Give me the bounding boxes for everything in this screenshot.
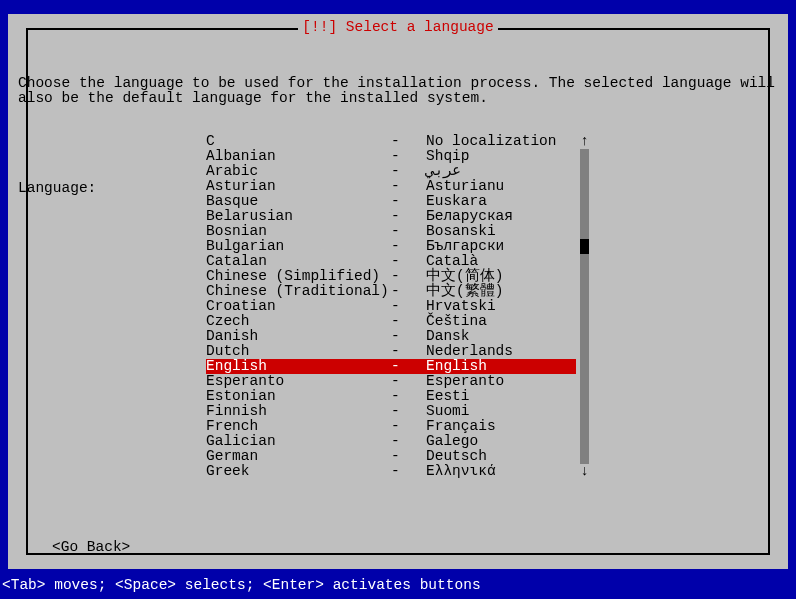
language-native: No localization <box>426 134 576 149</box>
language-option[interactable]: Finnish-Suomi <box>206 404 576 419</box>
scroll-track[interactable] <box>580 254 589 464</box>
language-option[interactable]: Arabic-عربي <box>206 164 576 179</box>
scroll-up-icon[interactable]: ↑ <box>580 134 589 149</box>
language-option[interactable]: Asturian-Asturianu <box>206 179 576 194</box>
go-back-button[interactable]: <Go Back> <box>52 540 130 555</box>
separator: - <box>391 434 426 449</box>
language-native: Беларуская <box>426 209 576 224</box>
language-name: Croatian <box>206 299 391 314</box>
language-option[interactable]: Danish-Dansk <box>206 329 576 344</box>
language-name: Catalan <box>206 254 391 269</box>
language-native: Bosanski <box>426 224 576 239</box>
language-option[interactable]: Dutch-Nederlands <box>206 344 576 359</box>
language-option[interactable]: Chinese (Simplified)-中文(简体) <box>206 269 576 284</box>
language-name: Chinese (Simplified) <box>206 269 391 284</box>
language-option[interactable]: Esperanto-Esperanto <box>206 374 576 389</box>
language-name: Bulgarian <box>206 239 391 254</box>
language-name: Danish <box>206 329 391 344</box>
language-option[interactable]: English-English <box>206 359 576 374</box>
language-option[interactable]: Catalan-Català <box>206 254 576 269</box>
language-name: Czech <box>206 314 391 329</box>
language-native: Hrvatski <box>426 299 576 314</box>
language-option[interactable]: French-Français <box>206 419 576 434</box>
separator: - <box>391 299 426 314</box>
separator: - <box>391 224 426 239</box>
scroll-track[interactable] <box>580 149 589 239</box>
separator: - <box>391 284 426 299</box>
language-name: Basque <box>206 194 391 209</box>
language-native: English <box>426 359 576 374</box>
language-native: عربي <box>426 164 576 179</box>
separator: - <box>391 164 426 179</box>
separator: - <box>391 194 426 209</box>
language-list[interactable]: C-No localizationAlbanian-ShqipArabic-عر… <box>206 134 576 479</box>
language-option[interactable]: Basque-Euskara <box>206 194 576 209</box>
language-option[interactable]: Belarusian-Беларуская <box>206 209 576 224</box>
language-name: Finnish <box>206 404 391 419</box>
language-name: Dutch <box>206 344 391 359</box>
language-option[interactable]: Greek-Ελληνικά <box>206 464 576 479</box>
scrollbar[interactable]: ↑ ↓ <box>580 134 589 479</box>
separator: - <box>391 254 426 269</box>
language-native: Asturianu <box>426 179 576 194</box>
instruction-text: Choose the language to be used for the i… <box>18 76 778 106</box>
scroll-down-icon[interactable]: ↓ <box>580 464 589 479</box>
separator: - <box>391 374 426 389</box>
language-native: Nederlands <box>426 344 576 359</box>
language-name: Bosnian <box>206 224 391 239</box>
language-name: French <box>206 419 391 434</box>
language-name: Asturian <box>206 179 391 194</box>
language-native: Esperanto <box>426 374 576 389</box>
language-option[interactable]: Albanian-Shqip <box>206 149 576 164</box>
language-name: English <box>206 359 391 374</box>
separator: - <box>391 179 426 194</box>
language-name: C <box>206 134 391 149</box>
language-native: Dansk <box>426 329 576 344</box>
separator: - <box>391 134 426 149</box>
separator: - <box>391 149 426 164</box>
separator: - <box>391 344 426 359</box>
language-name: Galician <box>206 434 391 449</box>
language-name: Arabic <box>206 164 391 179</box>
language-name: Chinese (Traditional) <box>206 284 391 299</box>
language-option[interactable]: Bosnian-Bosanski <box>206 224 576 239</box>
language-native: Ελληνικά <box>426 464 576 479</box>
language-option[interactable]: Bulgarian-Български <box>206 239 576 254</box>
separator: - <box>391 449 426 464</box>
language-native: Deutsch <box>426 449 576 464</box>
separator: - <box>391 329 426 344</box>
language-name: Esperanto <box>206 374 391 389</box>
footer-hint: <Tab> moves; <Space> selects; <Enter> ac… <box>2 578 481 593</box>
language-native: Čeština <box>426 314 576 329</box>
scroll-thumb[interactable] <box>580 239 589 254</box>
language-name: Estonian <box>206 389 391 404</box>
language-option[interactable]: Croatian-Hrvatski <box>206 299 576 314</box>
language-native: 中文(繁體) <box>426 284 576 299</box>
language-name: German <box>206 449 391 464</box>
separator: - <box>391 269 426 284</box>
language-native: 中文(简体) <box>426 269 576 284</box>
language-option[interactable]: Estonian-Eesti <box>206 389 576 404</box>
language-native: Eesti <box>426 389 576 404</box>
separator: - <box>391 314 426 329</box>
dialog-window: [!!] Select a language Choose the langua… <box>8 14 788 569</box>
separator: - <box>391 464 426 479</box>
separator: - <box>391 389 426 404</box>
separator: - <box>391 404 426 419</box>
language-option[interactable]: C-No localization <box>206 134 576 149</box>
separator: - <box>391 239 426 254</box>
language-name: Belarusian <box>206 209 391 224</box>
language-native: Galego <box>426 434 576 449</box>
language-native: Suomi <box>426 404 576 419</box>
language-option[interactable]: Chinese (Traditional)-中文(繁體) <box>206 284 576 299</box>
separator: - <box>391 419 426 434</box>
language-option[interactable]: German-Deutsch <box>206 449 576 464</box>
language-native: Català <box>426 254 576 269</box>
language-name: Greek <box>206 464 391 479</box>
language-native: Shqip <box>426 149 576 164</box>
language-option[interactable]: Galician-Galego <box>206 434 576 449</box>
separator: - <box>391 359 426 374</box>
separator: - <box>391 209 426 224</box>
language-option[interactable]: Czech-Čeština <box>206 314 576 329</box>
language-native: Български <box>426 239 576 254</box>
